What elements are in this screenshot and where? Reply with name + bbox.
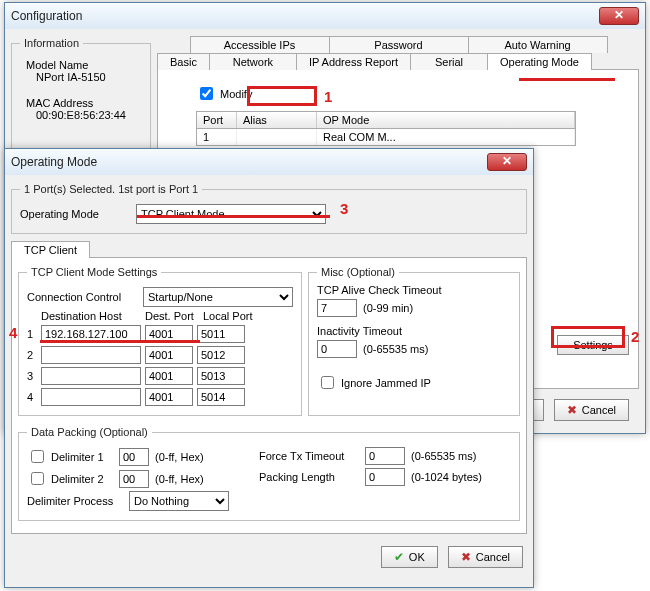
dest-host-input[interactable] — [41, 388, 141, 406]
inact-unit: (0-65535 ms) — [363, 343, 428, 355]
local-port-input[interactable] — [197, 388, 245, 406]
ignore-jammed-checkbox[interactable]: Ignore Jammed IP — [317, 373, 431, 392]
col-alias: Alias — [237, 112, 317, 128]
modify-label: Modify — [220, 88, 252, 100]
opmode-label: Operating Mode — [20, 208, 130, 220]
force-tx-input[interactable] — [365, 447, 405, 465]
tab-operating-mode[interactable]: Operating Mode — [487, 53, 592, 70]
dest-port-header: Dest. Port — [145, 310, 203, 322]
delim-proc-select[interactable]: Do Nothing — [129, 491, 229, 511]
opmode-select[interactable]: TCP Client Mode — [136, 204, 326, 224]
local-port-input[interactable] — [197, 367, 245, 385]
model-value: NPort IA-5150 — [26, 71, 142, 83]
col-opmode: OP Mode — [317, 112, 575, 128]
data-packing-legend: Data Packing (Optional) — [27, 426, 152, 438]
cancel-button[interactable]: Cancel — [448, 546, 523, 568]
settings-button[interactable]: Settings — [557, 335, 629, 355]
dest-host-input[interactable] — [41, 346, 141, 364]
dest-port-input[interactable] — [145, 367, 193, 385]
ignore-label: Ignore Jammed IP — [341, 377, 431, 389]
pack-len-label: Packing Length — [259, 471, 359, 483]
force-tx-unit: (0-65535 ms) — [411, 450, 476, 462]
dest-host-header: Destination Host — [41, 310, 145, 322]
model-label: Model Name — [26, 59, 142, 71]
ports-selected-legend: 1 Port(s) Selected. 1st port is Port 1 — [20, 183, 202, 195]
tab-auto-warning[interactable]: Auto Warning — [468, 36, 608, 53]
pack-len-input[interactable] — [365, 468, 405, 486]
tab-network[interactable]: Network — [209, 53, 297, 70]
row-num: 1 — [27, 328, 37, 340]
tab-basic[interactable]: Basic — [157, 53, 210, 70]
row-num: 4 — [27, 391, 37, 403]
delim1-checkbox[interactable]: Delimiter 1 — [27, 447, 113, 466]
hex-unit: (0-ff, Hex) — [155, 451, 204, 463]
mac-label: MAC Address — [26, 97, 142, 109]
hex-unit: (0-ff, Hex) — [155, 473, 204, 485]
close-icon[interactable]: ✕ — [487, 153, 527, 171]
table-row[interactable]: 1 Real COM M... — [196, 129, 576, 146]
info-legend: Information — [20, 37, 83, 49]
dest-host-input[interactable] — [41, 325, 141, 343]
tab-accessible-ips[interactable]: Accessible IPs — [190, 36, 330, 53]
delim2-checkbox[interactable]: Delimiter 2 — [27, 469, 113, 488]
tab-password[interactable]: Password — [329, 36, 469, 53]
dest-port-input[interactable] — [145, 346, 193, 364]
tab-serial[interactable]: Serial — [410, 53, 488, 70]
delim-proc-label: Delimiter Process — [27, 495, 123, 507]
inact-label: Inactivity Timeout — [317, 325, 511, 337]
close-icon[interactable]: ✕ — [599, 7, 639, 25]
alive-input[interactable] — [317, 299, 357, 317]
ok-button[interactable]: OK — [381, 546, 438, 568]
inact-input[interactable] — [317, 340, 357, 358]
conn-control-label: Connection Control — [27, 291, 137, 303]
modify-checkbox[interactable]: Modify — [196, 84, 252, 103]
pack-len-unit: (0-1024 bytes) — [411, 471, 482, 483]
alive-unit: (0-99 min) — [363, 302, 413, 314]
tab-tcp-client[interactable]: TCP Client — [11, 241, 90, 258]
local-port-input[interactable] — [197, 325, 245, 343]
delim1-input[interactable] — [119, 448, 149, 466]
force-tx-label: Force Tx Timeout — [259, 450, 359, 462]
cancel-button[interactable]: Cancel — [554, 399, 629, 421]
row-num: 2 — [27, 349, 37, 361]
delim2-input[interactable] — [119, 470, 149, 488]
dest-port-input[interactable] — [145, 388, 193, 406]
conn-control-select[interactable]: Startup/None — [143, 287, 293, 307]
opmode-title: Operating Mode — [11, 155, 487, 169]
tab-ip-address-report[interactable]: IP Address Report — [296, 53, 411, 70]
local-port-header: Local Port — [203, 310, 253, 322]
local-port-input[interactable] — [197, 346, 245, 364]
mac-value: 00:90:E8:56:23:44 — [26, 109, 142, 121]
row-num: 3 — [27, 370, 37, 382]
dest-port-input[interactable] — [145, 325, 193, 343]
config-title: Configuration — [11, 9, 599, 23]
dest-host-input[interactable] — [41, 367, 141, 385]
alive-label: TCP Alive Check Timeout — [317, 284, 511, 296]
misc-legend: Misc (Optional) — [317, 266, 399, 278]
tcp-settings-legend: TCP Client Mode Settings — [27, 266, 161, 278]
col-port: Port — [197, 112, 237, 128]
